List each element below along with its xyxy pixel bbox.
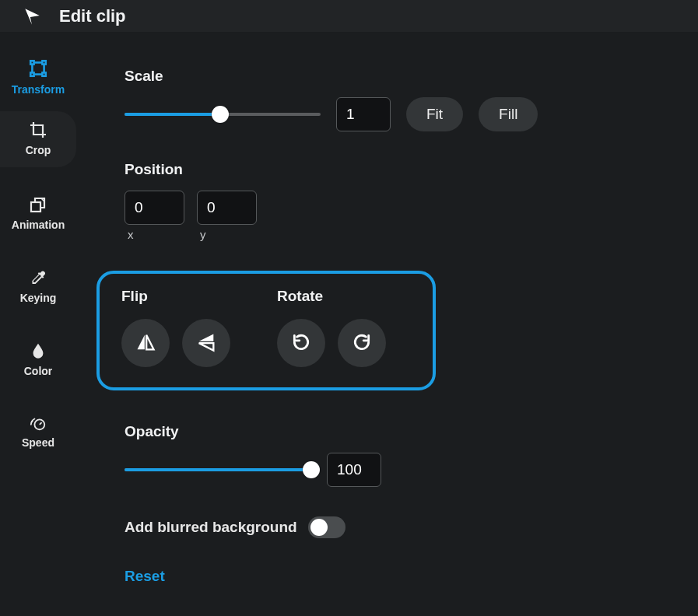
svg-rect-2 <box>30 72 33 75</box>
rotate-cw-button[interactable] <box>338 319 386 367</box>
reset-row: Reset <box>125 568 667 585</box>
sidebar-item-transform[interactable]: Transform <box>0 49 76 107</box>
sidebar-item-label: Transform <box>12 83 65 96</box>
position-x-col: 0 x <box>125 191 184 241</box>
scale-label: Scale <box>125 68 667 85</box>
opacity-row: 100 <box>125 453 667 487</box>
sidebar-item-crop[interactable]: Crop <box>0 111 76 167</box>
flip-sub: Flip <box>121 288 230 367</box>
flip-label: Flip <box>121 288 230 305</box>
sidebar-item-label: Keying <box>20 292 57 304</box>
blur-label: Add blurred background <box>125 519 297 536</box>
flip-horizontal-button[interactable] <box>121 319 170 367</box>
opacity-group: Opacity 100 <box>125 423 667 487</box>
flip-rotate-frame: Flip <box>96 271 436 390</box>
scale-slider[interactable] <box>125 106 321 123</box>
slider-thumb[interactable] <box>212 106 229 123</box>
topbar: Edit clip <box>0 0 698 32</box>
flip-rotate-group: Flip <box>96 271 667 390</box>
scale-input[interactable]: 1 <box>336 97 391 131</box>
rotate-ccw-button[interactable] <box>277 319 325 367</box>
reset-link[interactable]: Reset <box>125 568 165 584</box>
sidebar-item-label: Speed <box>22 436 54 449</box>
sidebar-item-label: Animation <box>12 219 65 231</box>
sidebar-item-label: Crop <box>26 144 51 156</box>
flip-buttons <box>121 319 230 367</box>
opacity-input[interactable]: 100 <box>327 453 381 487</box>
sidebar-item-keying[interactable]: Keying <box>0 259 76 315</box>
position-y-input[interactable]: 0 <box>197 191 257 225</box>
rotate-sub: Rotate <box>277 288 386 367</box>
blur-group: Add blurred background <box>125 516 667 538</box>
blur-toggle[interactable] <box>308 516 345 538</box>
position-group: Position 0 x 0 y <box>125 161 667 241</box>
opacity-slider[interactable] <box>125 461 311 478</box>
eyedropper-icon <box>29 268 47 287</box>
fill-button[interactable]: Fill <box>479 97 538 131</box>
x-axis-label: x <box>125 228 184 241</box>
position-y-col: 0 y <box>197 191 257 241</box>
rotate-ccw-icon <box>291 332 311 355</box>
speed-icon <box>29 415 47 432</box>
slider-fill <box>125 468 311 471</box>
sidebar-item-color[interactable]: Color <box>0 332 76 388</box>
position-row: 0 x 0 y <box>125 191 667 241</box>
main-panel: Scale 1 Fit Fill Position 0 <box>76 32 698 616</box>
color-drop-icon <box>30 341 47 360</box>
toggle-knob <box>310 519 328 536</box>
svg-rect-0 <box>30 61 33 64</box>
flip-horizontal-icon <box>135 331 156 355</box>
sidebar-item-animation[interactable]: Animation <box>0 186 76 242</box>
slider-fill <box>125 113 220 116</box>
sidebar: Transform Crop Animation Keying <box>0 32 76 616</box>
svg-rect-3 <box>42 72 45 75</box>
y-axis-label: y <box>197 228 257 241</box>
rotate-cw-icon <box>352 332 372 355</box>
svg-rect-1 <box>42 61 45 64</box>
scale-row: 1 Fit Fill <box>125 97 667 131</box>
svg-point-9 <box>34 419 44 429</box>
slider-thumb[interactable] <box>303 461 320 478</box>
position-x-input[interactable]: 0 <box>125 191 184 225</box>
scale-group: Scale 1 Fit Fill <box>125 68 667 131</box>
animation-icon <box>29 195 47 214</box>
rotate-buttons <box>277 319 386 367</box>
fit-button[interactable]: Fit <box>406 97 463 131</box>
blur-row: Add blurred background <box>125 516 667 538</box>
svg-rect-8 <box>31 202 40 212</box>
transform-icon <box>28 58 48 79</box>
position-label: Position <box>125 161 667 178</box>
body: Transform Crop Animation Keying <box>0 32 698 616</box>
crop-icon <box>29 121 47 139</box>
sidebar-item-label: Color <box>24 365 53 377</box>
opacity-label: Opacity <box>125 423 667 440</box>
sidebar-item-speed[interactable]: Speed <box>0 405 76 460</box>
logo-icon <box>22 6 42 26</box>
flip-vertical-button[interactable] <box>182 319 230 367</box>
flip-vertical-icon <box>195 331 217 355</box>
app-window: Edit clip Transform Crop Animation <box>0 0 698 616</box>
page-title: Edit clip <box>59 6 126 26</box>
rotate-label: Rotate <box>277 288 386 305</box>
